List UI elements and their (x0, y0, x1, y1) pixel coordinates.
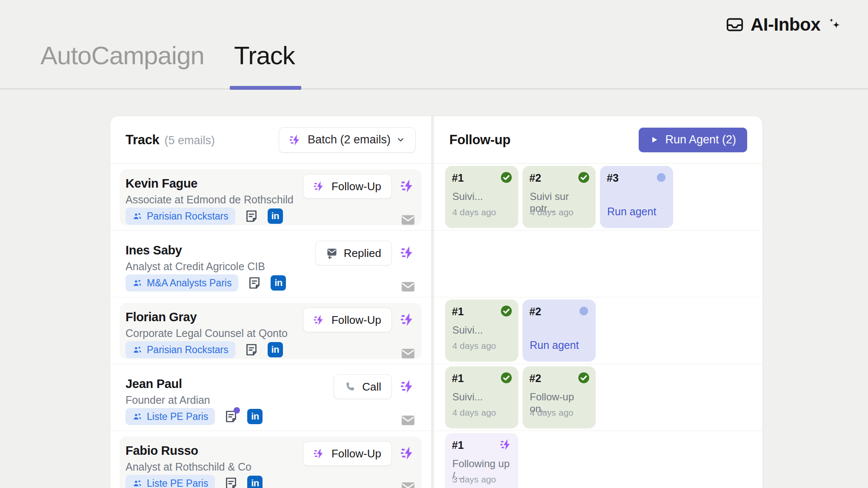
note-icon[interactable] (244, 208, 259, 224)
followup-rows: #1 Suivi...4 days ago#2 Suivi sur notr..… (434, 164, 762, 488)
contact-name: Kevin Fague (126, 177, 197, 191)
contact-tag-row: M&A Analysts Paris in (126, 274, 286, 291)
chip-subject: Suivi... (452, 391, 483, 403)
chip-timestamp: 4 days ago (452, 207, 496, 217)
people-icon (132, 411, 143, 422)
tab-track[interactable]: Track (234, 41, 295, 70)
contact-name: Jean Paul (126, 377, 182, 391)
list-tag[interactable]: Parisian Rockstars (126, 341, 235, 358)
top-divider (0, 88, 868, 89)
list-tag-label: Parisian Rockstars (147, 344, 228, 356)
people-icon (132, 278, 143, 288)
run-agent-link[interactable]: Run agent (530, 339, 579, 351)
email-icon[interactable] (400, 346, 416, 361)
agent-zap-icon[interactable] (400, 312, 416, 327)
agent-zap-icon[interactable] (400, 445, 416, 461)
note-icon[interactable] (223, 476, 239, 488)
agent-zap-icon[interactable] (400, 178, 416, 194)
email-icon[interactable] (400, 212, 416, 228)
followup-chip[interactable]: #2 Suivi sur notr...4 days ago (523, 166, 596, 228)
done-check-icon (577, 171, 590, 184)
followup-button[interactable]: Follow-Up (303, 308, 392, 332)
play-icon (650, 135, 659, 144)
contact-role: Analyst at Credit Agricole CIB (126, 260, 265, 273)
contact-tag-row: Parisian Rockstars in (126, 341, 283, 358)
followup-button[interactable]: Follow-Up (303, 174, 392, 199)
notification-dot (234, 407, 240, 414)
batch-button[interactable]: Batch (2 emails) (279, 127, 416, 153)
phone-icon (344, 381, 356, 393)
email-icon[interactable] (400, 479, 416, 488)
linkedin-icon[interactable]: in (271, 275, 286, 291)
list-tag-label: Liste PE Paris (147, 478, 208, 488)
pending-dot-icon (578, 305, 589, 317)
column-divider (431, 116, 434, 488)
track-row[interactable]: Florian GrayCorporate Legal Counsel at Q… (110, 297, 431, 364)
run-agent-link[interactable]: Run agent (607, 205, 656, 218)
list-tag[interactable]: Liste PE Paris (126, 408, 215, 425)
action-button-label: Follow-Up (331, 180, 381, 193)
zap-icon (314, 448, 326, 459)
call-button[interactable]: Call (334, 374, 392, 399)
agent-zap-icon[interactable] (400, 245, 416, 260)
list-tag[interactable]: M&A Analysts Paris (126, 274, 238, 291)
followup-panel-title: Follow-up (449, 132, 511, 148)
note-icon[interactable] (247, 275, 262, 291)
done-check-icon (577, 371, 590, 384)
active-tab-indicator (230, 86, 301, 90)
contact-list: Kevin FagueAssociate at Edmond de Rothsc… (110, 164, 431, 488)
contact-tag-row: Liste PE Paris in (126, 475, 263, 488)
contact-role: Associate at Edmond de Rothschild (126, 194, 294, 206)
followup-row: #1 Suivi...4 days ago#2 Suivi sur notr..… (434, 164, 762, 231)
list-tag[interactable]: Parisian Rockstars (126, 208, 235, 225)
email-icon[interactable] (400, 413, 416, 428)
followup-chip[interactable]: #3Run agent (600, 166, 673, 228)
action-button-label: Follow-Up (331, 447, 381, 460)
chip-timestamp: 4 days ago (452, 408, 496, 418)
replied-button[interactable]: Replied (315, 241, 392, 265)
contact-tag-row: Parisian Rockstars in (126, 208, 283, 225)
linkedin-icon[interactable]: in (247, 476, 263, 488)
followup-chip[interactable]: #1 Suivi...4 days ago (445, 166, 518, 228)
email-icon[interactable] (400, 279, 416, 294)
track-row[interactable]: Kevin FagueAssociate at Edmond de Rothsc… (110, 164, 431, 231)
list-tag[interactable]: Liste PE Paris (126, 475, 215, 488)
tab-autocampaign[interactable]: AutoCampaign (40, 41, 204, 70)
followup-row (434, 231, 762, 297)
followup-row: #1 Following up /...3 days ago (434, 431, 762, 488)
track-row[interactable]: Fabio RussoAnalyst at Rothschild & Co Li… (110, 431, 431, 488)
zap-icon (289, 134, 302, 146)
run-agent-button[interactable]: Run Agent (2) (639, 128, 747, 152)
note-icon[interactable] (223, 409, 239, 424)
followup-chip[interactable]: #1 Suivi...4 days ago (445, 366, 518, 428)
followup-chip[interactable]: #1 Suivi...4 days ago (445, 300, 518, 362)
agent-zap-icon[interactable] (400, 379, 416, 394)
linkedin-icon[interactable]: in (268, 208, 283, 224)
done-check-icon (500, 171, 513, 184)
list-tag-label: Parisian Rockstars (147, 211, 228, 222)
chip-subject: Suivi... (452, 191, 483, 203)
followup-button[interactable]: Follow-Up (303, 441, 392, 466)
track-title-group: Track (5 emails) (126, 132, 215, 148)
agent-zap-icon (500, 438, 513, 451)
followup-chip[interactable]: #2Run agent (523, 300, 596, 362)
linkedin-icon[interactable]: in (268, 342, 283, 357)
note-icon[interactable] (244, 342, 259, 357)
contact-name: Ines Saby (126, 243, 182, 257)
followup-chip[interactable]: #2 Follow-up on...4 days ago (523, 366, 596, 428)
track-header: Track (5 emails) Batch (2 emails) (110, 116, 431, 164)
contact-role: Corporate Legal Counsel at Qonto (126, 327, 288, 340)
done-check-icon (500, 305, 513, 317)
track-row[interactable]: Ines SabyAnalyst at Credit Agricole CIB … (110, 231, 431, 297)
people-icon (132, 478, 143, 488)
chip-timestamp: 4 days ago (452, 341, 496, 351)
zap-icon (314, 180, 326, 192)
tab-bar: AutoCampaign Track (40, 41, 295, 70)
chevron-down-icon (396, 135, 405, 144)
reply-mail-icon (326, 247, 338, 259)
track-email-count: (5 emails) (165, 134, 215, 147)
track-row[interactable]: Jean PaulFounder at Ardian Liste PE Pari… (110, 364, 431, 431)
followup-chip[interactable]: #1 Following up /...3 days ago (445, 433, 518, 488)
inbox-icon (725, 15, 745, 34)
linkedin-icon[interactable]: in (247, 409, 263, 424)
